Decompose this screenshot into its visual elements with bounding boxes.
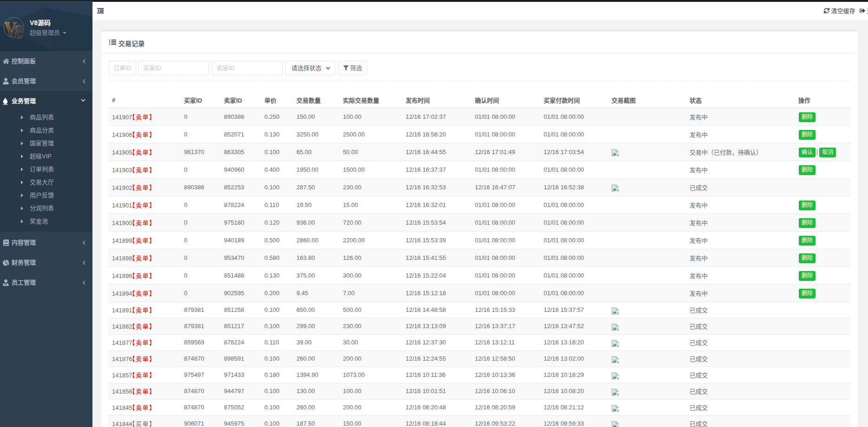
svg-text:8: 8 — [14, 20, 23, 41]
